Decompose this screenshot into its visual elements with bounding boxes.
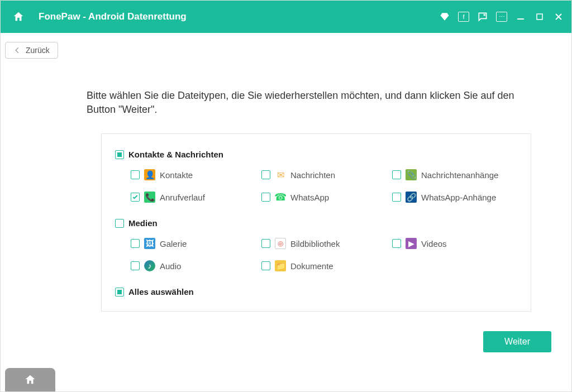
back-button[interactable]: Zurück xyxy=(5,42,58,59)
checkbox-galerie[interactable] xyxy=(131,239,140,248)
checkbox-msgattach[interactable] xyxy=(392,170,401,179)
label-nachrichten: Nachrichten xyxy=(290,170,335,180)
item-kontakte[interactable]: 👤 Kontakte xyxy=(131,169,256,180)
item-waattach[interactable]: 🔗 WhatsApp-Anhänge xyxy=(392,192,517,203)
item-audio[interactable]: ♪ Audio xyxy=(131,260,256,271)
section-contacts-header[interactable]: Kontakte & Nachrichten xyxy=(115,150,517,159)
document-icon: 📁 xyxy=(275,260,286,271)
message-icon: ✉ xyxy=(275,169,286,180)
back-label: Zurück xyxy=(26,46,50,55)
label-galerie: Galerie xyxy=(160,239,187,248)
video-icon: ▶ xyxy=(406,238,417,249)
select-all-row[interactable]: Alles auswählen xyxy=(115,287,517,297)
window-controls: f ⋯ xyxy=(438,11,565,23)
svg-rect-0 xyxy=(517,18,524,20)
item-dokumente[interactable]: 📁 Dokumente xyxy=(261,260,387,271)
label-dokumente: Dokumente xyxy=(290,261,333,271)
diamond-icon[interactable] xyxy=(438,11,451,23)
label-waattach: WhatsApp-Anhänge xyxy=(421,193,496,202)
content-area: Bitte wählen Sie die Dateitypen, die Sie… xyxy=(1,33,571,312)
home-icon xyxy=(24,374,36,386)
checkbox-anruf[interactable] xyxy=(131,193,140,202)
close-button[interactable] xyxy=(552,11,565,23)
svg-rect-1 xyxy=(537,14,542,20)
label-msgattach: Nachrichtenanhänge xyxy=(421,170,498,180)
bottom-home-tab[interactable] xyxy=(5,368,55,391)
feedback-icon[interactable] xyxy=(476,11,489,23)
selection-panel: Kontakte & Nachrichten 👤 Kontakte ✉ Nach… xyxy=(101,133,531,312)
attachment-icon: 📎 xyxy=(406,169,417,180)
item-nachrichten[interactable]: ✉ Nachrichten xyxy=(261,169,387,180)
item-anruf[interactable]: 📞 Anrufverlauf xyxy=(131,192,256,203)
gallery-icon: 🖼 xyxy=(144,238,155,249)
checkbox-whatsapp[interactable] xyxy=(261,193,270,202)
checkbox-bild[interactable] xyxy=(261,239,270,248)
home-icon xyxy=(12,11,25,23)
checkbox-select-all[interactable] xyxy=(115,288,124,297)
titlebar: FonePaw - Android Datenrettung f ⋯ xyxy=(1,1,571,33)
label-audio: Audio xyxy=(160,261,181,271)
checkbox-videos[interactable] xyxy=(392,239,401,248)
arrow-left-icon xyxy=(13,46,21,54)
home-button[interactable] xyxy=(7,6,30,28)
phone-icon: 📞 xyxy=(144,192,155,203)
facebook-icon[interactable]: f xyxy=(457,11,470,23)
checkbox-kontakte[interactable] xyxy=(131,170,140,179)
checkbox-waattach[interactable] xyxy=(392,193,401,202)
checkbox-dokumente[interactable] xyxy=(261,261,270,270)
select-all-label: Alles auswählen xyxy=(128,287,194,297)
whatsapp-attachment-icon: 🔗 xyxy=(406,192,417,203)
media-grid: 🖼 Galerie ◎ Bildbibliothek ▶ Videos ♪ Au… xyxy=(115,238,517,271)
next-button[interactable]: Weiter xyxy=(483,331,551,352)
section-media-title: Medien xyxy=(128,218,158,228)
contact-icon: 👤 xyxy=(144,169,155,180)
next-label: Weiter xyxy=(504,337,530,346)
checkbox-section-media[interactable] xyxy=(115,219,124,228)
item-galerie[interactable]: 🖼 Galerie xyxy=(131,238,256,249)
minimize-button[interactable] xyxy=(514,11,527,23)
checkbox-audio[interactable] xyxy=(131,261,140,270)
whatsapp-icon: ☎ xyxy=(275,192,286,203)
maximize-button[interactable] xyxy=(533,11,546,23)
section-contacts-title: Kontakte & Nachrichten xyxy=(128,150,223,159)
contacts-grid: 👤 Kontakte ✉ Nachrichten 📎 Nachrichtenan… xyxy=(115,169,517,203)
label-whatsapp: WhatsApp xyxy=(290,193,329,202)
app-title: FonePaw - Android Datenrettung xyxy=(39,11,187,22)
section-media-header[interactable]: Medien xyxy=(115,218,517,228)
item-msgattach[interactable]: 📎 Nachrichtenanhänge xyxy=(392,169,517,180)
label-bild: Bildbibliothek xyxy=(290,239,340,248)
label-kontakte: Kontakte xyxy=(160,170,193,180)
audio-icon: ♪ xyxy=(144,260,155,271)
checkbox-section-contacts[interactable] xyxy=(115,150,124,159)
more-icon[interactable]: ⋯ xyxy=(495,11,508,23)
item-whatsapp[interactable]: ☎ WhatsApp xyxy=(261,192,387,203)
checkbox-nachrichten[interactable] xyxy=(261,170,270,179)
item-bild[interactable]: ◎ Bildbibliothek xyxy=(261,238,387,249)
label-anruf: Anrufverlauf xyxy=(160,193,205,202)
label-videos: Videos xyxy=(421,239,447,248)
image-library-icon: ◎ xyxy=(275,238,286,249)
item-videos[interactable]: ▶ Videos xyxy=(392,238,517,249)
instruction-text: Bitte wählen Sie die Dateitypen, die Sie… xyxy=(87,89,542,117)
